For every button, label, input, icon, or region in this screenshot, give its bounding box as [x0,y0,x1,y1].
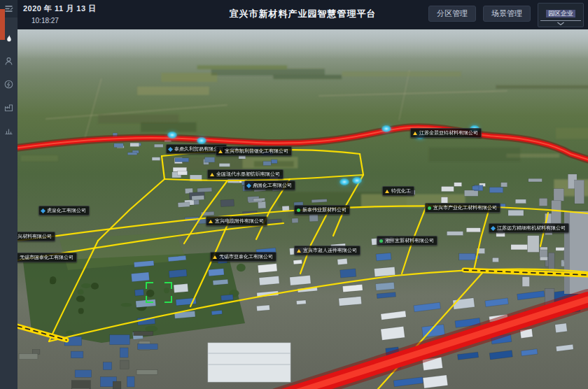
company-label-text: 鼎固化工有限公司 [253,183,292,188]
company-label[interactable]: 宜兴电缆附件有限公司 [206,216,267,226]
factory-icon [4,102,14,113]
top-bar: 2020 年 11 月 13 日 10:18:27 宜兴市新材料产业园智慧管理平… [18,0,588,29]
company-label[interactable]: 宜兴市凯利普银化工有限公司 [216,146,292,156]
flame-icon [4,34,14,44]
sidebar-item-alarm[interactable] [0,30,18,48]
chevron-down-icon [556,22,565,26]
vehicle-marker [382,125,391,132]
company-label-text: 振泰伟业新材料公司 [302,207,346,213]
yellow-poi-icon [213,255,217,259]
park-enterprise-dropdown[interactable]: 园区企业 [538,3,584,27]
blue-poi-icon [41,208,46,213]
header-actions: 分区管理 场景管理 园区企业 [428,3,584,27]
yellow-poi-icon [209,220,213,223]
company-label[interactable]: 宜兴市顺兴材料有限公司 [18,232,55,241]
company-label-text: 全国现代水墨塑纺织有限公司 [216,171,280,177]
company-label[interactable]: 特优化工 [382,186,414,196]
map-3d-view[interactable]: 泰鼎久利贸易有限公司宜兴市凯利普银化工有限公司全国现代水墨塑纺织有限公司鼎固化工… [18,29,588,389]
blue-poi-icon [168,146,173,151]
company-label[interactable]: 江苏远方精细有机材料有限公司 [489,223,569,233]
yellow-poi-icon [385,190,389,193]
selection-bracket [146,282,172,303]
company-label-text: 江苏远方精细有机材料有限公司 [497,225,566,231]
sidebar-item-enterprise[interactable] [0,99,18,116]
green-poi-icon [297,208,300,212]
company-label[interactable]: 宜兴市超人连件有限公司 [294,246,360,255]
yellow-poi-icon [218,150,223,153]
green-poi-icon [428,206,431,210]
lightning-icon [4,79,14,90]
company-label-text: 虎皇化工有限公司 [47,208,86,213]
company-label[interactable]: 全国现代水墨塑纺织有限公司 [207,169,284,179]
vehicle-marker [340,178,349,185]
dropdown-divider [540,20,581,21]
blue-poi-icon [246,183,251,188]
vehicle-marker [197,137,206,144]
company-label[interactable]: 潮州宜新材料有限公司 [377,236,438,246]
company-label-text: 无锡市亚泰化工有限公司 [219,254,273,260]
sidebar-item-statistics[interactable] [0,122,18,139]
company-label-text: 宜兴电缆附件有限公司 [215,218,264,224]
app-window: 2020 年 11 月 13 日 10:18:27 宜兴市新材料产业园智慧管理平… [0,0,588,389]
yellow-poi-icon [210,173,214,176]
vehicle-marker [167,132,177,139]
company-label[interactable]: 虎皇化工有限公司 [38,206,90,215]
blue-poi-icon [491,225,496,230]
sidebar-item-personnel[interactable] [0,52,18,70]
sidebar [0,0,18,389]
scene-manage-button[interactable]: 场景管理 [483,6,531,22]
company-label[interactable]: 江苏金晨亚特材料有限公司 [410,128,482,138]
company-label[interactable]: 鼎固化工有限公司 [244,181,295,190]
company-label-text: 宜兴市产业化工材料有限公司 [433,205,497,211]
company-label-text: 宜兴市超人连件有限公司 [303,248,357,253]
company-label[interactable]: 无锡市国泰化工有限公司 [18,253,77,262]
green-poi-icon [379,239,383,243]
company-label-text: 特优化工 [391,188,411,194]
horizon-haze [18,29,588,59]
sidebar-item-energy[interactable] [0,76,18,93]
yellow-poi-icon [413,132,417,135]
zone-manage-button[interactable]: 分区管理 [428,6,476,22]
company-label-text: 宜兴市顺兴材料有限公司 [18,234,52,239]
person-icon [4,56,14,66]
vehicle-marker [352,177,362,184]
company-label-text: 无锡市国泰化工有限公司 [20,255,74,260]
company-label[interactable]: 宜兴市产业化工材料有限公司 [425,203,500,213]
menu-icon [4,3,14,14]
company-label-text: 江苏金晨亚特材料有限公司 [419,130,478,136]
bar-chart-icon [4,125,14,136]
company-label-text: 宜兴市凯利普银化工有限公司 [225,148,288,154]
company-label-text: 潮州宜新材料有限公司 [385,238,434,243]
yellow-poi-icon [297,249,301,253]
company-label[interactable]: 振泰伟业新材料公司 [294,205,350,215]
company-label[interactable]: 无锡市亚泰化工有限公司 [210,252,276,262]
dropdown-selected-value: 园区企业 [546,10,575,17]
